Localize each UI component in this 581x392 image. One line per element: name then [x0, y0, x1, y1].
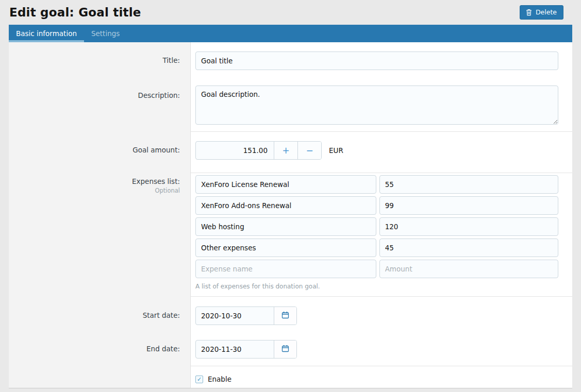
form-row-goal-amount: Goal amount: + − EUR	[9, 132, 572, 173]
description-textarea[interactable]: Goal description.	[195, 86, 558, 125]
calendar-icon	[281, 311, 289, 320]
trash-icon	[526, 9, 532, 16]
end-date-group	[195, 340, 297, 359]
expense-row	[195, 217, 558, 236]
form-row-title: Title:	[9, 42, 572, 83]
tab-basic-information[interactable]: Basic information	[9, 25, 84, 42]
form-row-enable: ✓ Enable	[9, 366, 572, 388]
expense-amount-input[interactable]	[379, 196, 558, 215]
start-date-picker-button[interactable]	[274, 307, 296, 325]
enable-checkbox-label: Enable	[208, 375, 231, 383]
expense-name-input[interactable]	[195, 196, 376, 215]
form-row-expenses: Expenses list: Optional	[9, 173, 572, 297]
expense-amount-input[interactable]	[379, 260, 558, 278]
goal-amount-stepper: + −	[195, 141, 322, 160]
expense-row	[195, 175, 558, 194]
end-date-input[interactable]	[196, 340, 274, 358]
form-row-end-date: End date:	[9, 332, 572, 366]
form-row-start-date: Start date:	[9, 297, 572, 332]
goal-amount-input[interactable]	[196, 142, 274, 159]
tab-settings[interactable]: Settings	[84, 25, 127, 42]
check-icon: ✓	[197, 377, 202, 382]
title-label: Title:	[9, 42, 191, 83]
expense-row	[195, 238, 558, 257]
start-date-group	[195, 306, 297, 325]
expense-row-empty	[195, 260, 558, 278]
edit-goal-form: Title: Description: Goal description. Go…	[9, 42, 572, 388]
title-input[interactable]	[195, 52, 558, 70]
start-date-label: Start date:	[9, 297, 191, 332]
page-header: Edit goal: Goal title Delete	[0, 0, 581, 25]
currency-label: EUR	[329, 146, 343, 155]
tab-settings-label: Settings	[91, 29, 120, 38]
expenses-hint: A list of expenses for this donation goa…	[195, 283, 558, 290]
expense-name-input[interactable]	[195, 217, 376, 236]
expense-row	[195, 196, 558, 215]
enable-label-cell	[9, 366, 191, 388]
delete-button-label: Delete	[536, 8, 557, 16]
tab-bar: Basic information Settings	[9, 25, 572, 42]
enable-checkbox[interactable]: ✓	[195, 376, 203, 383]
expense-amount-input[interactable]	[379, 175, 558, 194]
expenses-label: Expenses list:	[9, 177, 180, 185]
enable-checkbox-row[interactable]: ✓ Enable	[195, 375, 558, 383]
start-date-input[interactable]	[196, 307, 274, 325]
expense-name-input[interactable]	[195, 238, 376, 257]
page-title: Edit goal: Goal title	[9, 6, 141, 19]
end-date-label: End date:	[9, 332, 191, 366]
calendar-icon	[281, 345, 289, 354]
description-label: Description:	[9, 83, 191, 132]
plus-icon: +	[282, 145, 289, 156]
expense-amount-input[interactable]	[379, 238, 558, 257]
increment-button[interactable]: +	[274, 142, 297, 159]
minus-icon: −	[306, 145, 313, 156]
expense-name-input[interactable]	[195, 260, 376, 278]
delete-button[interactable]: Delete	[520, 5, 563, 20]
form-row-description: Description: Goal description.	[9, 83, 572, 132]
end-date-picker-button[interactable]	[274, 340, 296, 358]
expense-name-input[interactable]	[195, 175, 376, 194]
expenses-optional-note: Optional	[9, 187, 180, 194]
tab-basic-information-label: Basic information	[16, 29, 77, 38]
goal-amount-label: Goal amount:	[9, 132, 191, 173]
expense-amount-input[interactable]	[379, 217, 558, 236]
decrement-button[interactable]: −	[297, 142, 321, 159]
